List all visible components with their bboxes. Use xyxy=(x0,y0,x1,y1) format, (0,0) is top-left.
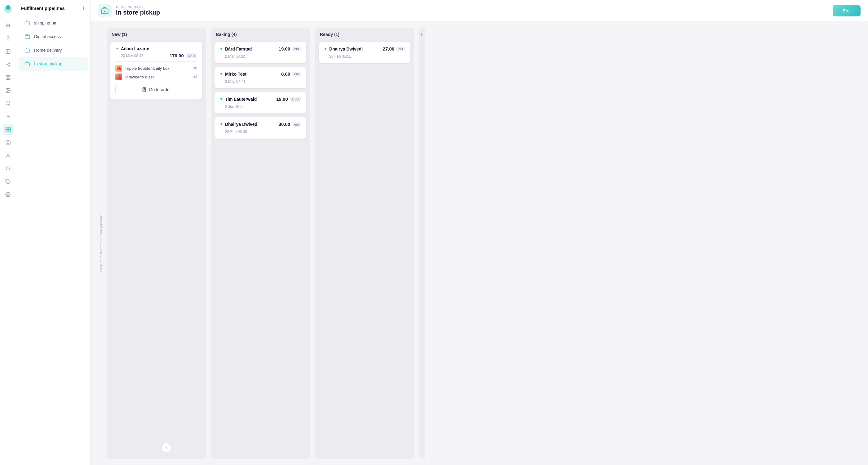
svg-line-29 xyxy=(9,169,10,170)
icon-navigation: ⊞ xyxy=(0,0,16,465)
nav-book-icon[interactable] xyxy=(2,46,13,57)
svg-point-13 xyxy=(7,89,7,90)
svg-rect-8 xyxy=(6,75,7,77)
sidebar-item-digital-access[interactable]: Digital access xyxy=(19,30,88,43)
sidebar-item-digital-access-label: Digital access xyxy=(34,34,61,39)
order-name-row: ▼ Tim Lauterwald xyxy=(219,97,257,102)
svg-point-3 xyxy=(6,64,7,65)
order-card-tim: ▼ Tim Lauterwald 19.00 USD 2 Jun 18:56 xyxy=(215,92,306,114)
order-card-adam: ▼ Adam Lazarus 20 May 08:43 176.00 USD 🍓 xyxy=(111,42,202,99)
go-to-order-label: Go to order xyxy=(149,87,171,92)
order-expand-chevron[interactable]: ▼ xyxy=(219,122,223,126)
order-currency: USD xyxy=(290,97,301,102)
nav-image-icon[interactable] xyxy=(2,85,13,96)
svg-point-20 xyxy=(6,118,6,118)
main-content: Pipeline name In store pickup Edit Drop … xyxy=(91,0,868,465)
svg-line-7 xyxy=(7,64,9,66)
pipeline-meta: Pipeline name In store pickup xyxy=(116,5,160,16)
order-expand-chevron[interactable]: ▼ xyxy=(323,47,328,51)
nav-user-icon[interactable] xyxy=(2,150,13,161)
sidebar-item-home-delivery-label: Home delivery xyxy=(34,48,62,53)
order-customer-name: Adam Lazarus xyxy=(121,46,151,51)
nav-dashboard-icon[interactable]: ⊞ xyxy=(2,20,13,31)
order-card-dhairya-ready: ▼ Dhairya Dwivedi 27.00 eur 28 Feb 05:51 xyxy=(319,42,410,63)
svg-rect-11 xyxy=(8,78,10,80)
order-date-wrapper: 2 May 04:41 xyxy=(219,79,301,84)
order-card-bard: ▼ Bård Farstad 19.00 eur 2 Mar 08:02 xyxy=(215,42,306,63)
order-card-bard-header: ▼ Bård Farstad 19.00 eur xyxy=(219,46,301,52)
order-price-row: 19.00 eur xyxy=(279,46,301,52)
sidebar-item-in-store-pickup[interactable]: In store pickup xyxy=(19,57,88,71)
order-expand-chevron[interactable]: ▼ xyxy=(115,46,119,51)
order-date-wrapper: 2 Jun 18:56 xyxy=(219,103,301,109)
order-date: 2 May 04:41 xyxy=(225,80,246,84)
svg-rect-33 xyxy=(25,35,30,39)
add-pipeline-button[interactable]: + xyxy=(82,5,85,11)
order-price: 19.00 xyxy=(276,96,288,102)
drop-zone[interactable]: Drop here to remove from pipeline xyxy=(97,28,105,459)
order-name-row: ▼ Mirko Test xyxy=(219,72,246,76)
svg-rect-32 xyxy=(25,22,30,25)
order-currency: USD xyxy=(186,53,197,58)
nav-settings-icon[interactable] xyxy=(2,189,13,200)
nav-analytics-icon[interactable] xyxy=(2,137,13,148)
nav-nodes-icon[interactable] xyxy=(2,59,13,70)
svg-point-4 xyxy=(9,63,10,64)
col-baking-header: Baking (4) xyxy=(215,32,306,38)
order-icon xyxy=(142,87,147,92)
order-price-row: 176.00 USD xyxy=(169,53,197,58)
order-item: 🍓 Tripple trouble family box x8 xyxy=(115,65,197,72)
edit-pipeline-button[interactable]: Edit xyxy=(833,5,861,17)
sidebar-item-shipping-pm[interactable]: shipping pm xyxy=(19,16,88,30)
nav-rocket-icon[interactable] xyxy=(2,33,13,44)
col-new-header: New (1) xyxy=(111,32,202,38)
go-to-order-button[interactable]: Go to order xyxy=(115,84,197,95)
kanban-col-partial: F xyxy=(419,28,425,459)
nav-list-icon[interactable] xyxy=(2,111,13,122)
sidebar-item-home-delivery[interactable]: Home delivery xyxy=(19,43,88,57)
order-date-wrapper: 2 Mar 08:02 xyxy=(219,53,301,59)
nav-search-icon[interactable] xyxy=(2,163,13,174)
item-name: Tripple trouble family box xyxy=(125,66,169,71)
svg-point-25 xyxy=(6,141,10,145)
nav-pipeline-icon[interactable] xyxy=(2,124,13,135)
order-price-row: 27.00 eur xyxy=(383,46,405,52)
nav-tag-icon[interactable] xyxy=(2,176,13,187)
order-name-row: ▼ Dhairya Dwivedi xyxy=(219,122,258,127)
order-item-left: 🍓 Tripple trouble family box xyxy=(115,65,169,72)
order-card-mirko: ▼ Mirko Test 8.00 eur 2 May 04:41 xyxy=(215,67,306,88)
order-price: 30.00 xyxy=(279,122,290,127)
order-card-dhairya-ready-header: ▼ Dhairya Dwivedi 27.00 eur xyxy=(323,46,405,52)
app-logo[interactable] xyxy=(2,4,13,15)
order-price: 176.00 xyxy=(169,53,184,58)
svg-rect-23 xyxy=(6,130,8,132)
order-customer-name: Dhairya Dwivedi xyxy=(329,46,363,52)
home-delivery-icon xyxy=(24,46,31,54)
order-date: 2 Mar 08:02 xyxy=(225,54,245,59)
kanban-col-baking: Baking (4) ▼ Bård Farstad 19.00 eur 2 Ma… xyxy=(211,28,310,459)
order-currency: eur xyxy=(292,46,301,52)
sidebar-collapse-button[interactable]: ‹ xyxy=(161,443,171,453)
nav-people-icon[interactable] xyxy=(2,98,13,109)
pipeline-name: In store pickup xyxy=(116,9,160,16)
pipeline-header-left: Pipeline name In store pickup xyxy=(98,4,160,18)
order-expand-chevron[interactable]: ▼ xyxy=(219,72,223,76)
order-date: 2 Jun 18:56 xyxy=(225,104,245,109)
svg-rect-34 xyxy=(25,49,30,52)
svg-rect-22 xyxy=(8,127,10,130)
svg-rect-9 xyxy=(8,75,10,77)
order-expand-chevron[interactable]: ▼ xyxy=(219,97,223,101)
svg-point-28 xyxy=(6,167,10,170)
svg-point-14 xyxy=(6,102,8,103)
svg-rect-24 xyxy=(8,130,10,132)
order-price-row: 30.00 eur xyxy=(279,122,301,127)
col-ready-header: Ready (1) xyxy=(319,32,410,38)
sidebar-item-in-store-pickup-label: In store pickup xyxy=(34,61,62,66)
order-card-dhairya-baking-header: ▼ Dhairya Dwivedi 30.00 eur xyxy=(219,122,301,127)
svg-point-19 xyxy=(6,116,6,117)
nav-grid-icon[interactable] xyxy=(2,72,13,83)
shipping-pm-icon xyxy=(24,19,31,27)
order-expand-chevron[interactable]: ▼ xyxy=(219,47,223,51)
order-card-mirko-header: ▼ Mirko Test 8.00 eur xyxy=(219,71,301,76)
order-date-wrapper: 28 Feb 05:51 xyxy=(323,53,405,59)
